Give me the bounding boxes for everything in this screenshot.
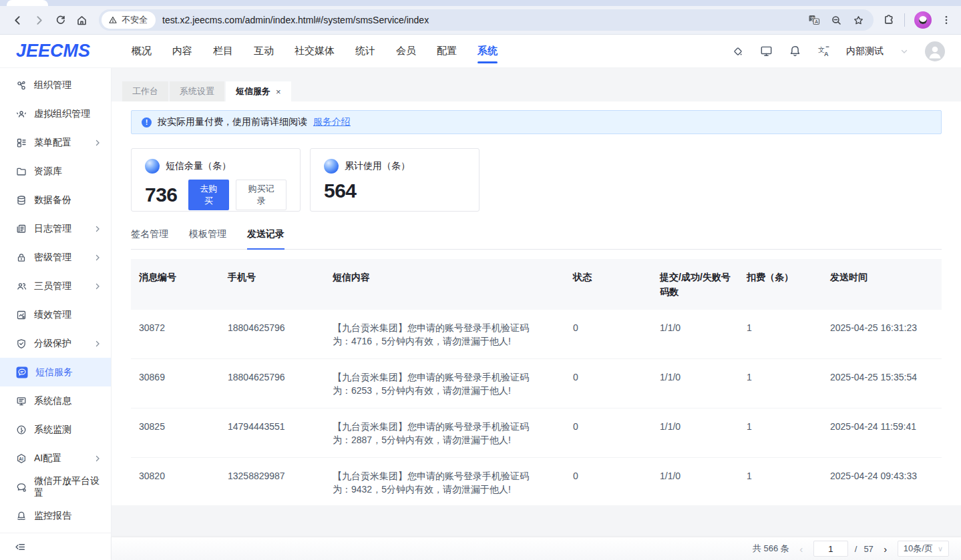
- browser-profile-avatar[interactable]: [914, 11, 932, 29]
- sidebar-item-log-management[interactable]: 日志管理: [0, 214, 111, 243]
- tab-system-settings[interactable]: 系统设置: [170, 81, 224, 101]
- bookmark-star-icon[interactable]: [853, 15, 864, 26]
- service-intro-link[interactable]: 服务介绍: [313, 116, 351, 128]
- collapse-sidebar-icon[interactable]: [15, 541, 26, 553]
- table-row[interactable]: 30825 14794443551 【九台贡米集团】您申请的账号登录手机验证码为…: [131, 408, 942, 458]
- tab-send-records[interactable]: 发送记录: [247, 228, 284, 249]
- security-chip[interactable]: 不安全: [102, 11, 156, 29]
- sidebar-item-system-info[interactable]: 系统信息: [0, 386, 111, 415]
- svg-text:A: A: [824, 51, 829, 57]
- svg-text:AI: AI: [19, 456, 23, 461]
- chevron-right-icon: [93, 254, 102, 262]
- virtual-org-icon: [16, 109, 27, 119]
- table-row[interactable]: 30820 13258829987 【九台贡米集团】您申请的账号登录手机验证码为…: [131, 458, 942, 505]
- nav-overview[interactable]: 概况: [132, 35, 152, 67]
- tab-sms-service[interactable]: 短信服务 ×: [226, 81, 291, 101]
- usage-sphere-icon: [324, 159, 339, 174]
- workspace-tabs: 工作台 系统设置 短信服务 ×: [112, 68, 961, 101]
- app-header: JEECMS 概况 内容 栏目 互动 社交媒体 统计 会员 配置 系统 文A 内…: [0, 35, 961, 68]
- reload-icon[interactable]: [49, 9, 71, 31]
- banner-text: 按实际用量付费，使用前请详细阅读: [158, 116, 307, 128]
- sidebar-item-three-admin[interactable]: 三员管理: [0, 272, 111, 300]
- sidebar-item-secret-level[interactable]: 密级管理: [0, 243, 111, 272]
- toolbar-separator: [904, 13, 905, 27]
- nav-column[interactable]: 栏目: [213, 35, 233, 67]
- url-bar[interactable]: 不安全 test.x2.jeecms.com/admin/index.html#…: [99, 9, 874, 31]
- sidebar-item-virtual-org[interactable]: 虚拟组织管理: [0, 99, 111, 128]
- sidebar-item-graded-protection[interactable]: 分级保护: [0, 329, 111, 358]
- nav-member[interactable]: 会员: [396, 35, 416, 67]
- org-icon: [16, 80, 27, 91]
- buy-button[interactable]: 去购买: [188, 180, 229, 210]
- nav-config[interactable]: 配置: [437, 35, 457, 67]
- jeecms-logo[interactable]: JEECMS: [16, 41, 90, 61]
- nav-content[interactable]: 内容: [172, 35, 192, 67]
- usage-title: 累计使用（条）: [345, 160, 410, 172]
- folder-icon: [16, 166, 27, 177]
- sidebar-item-monitor-report[interactable]: 监控报告: [0, 501, 111, 530]
- tab-signature-management[interactable]: 签名管理: [131, 228, 168, 249]
- browser-active-tab[interactable]: [7, 0, 48, 6]
- tab-workbench[interactable]: 工作台: [122, 81, 168, 101]
- zoom-out-icon[interactable]: [831, 15, 842, 26]
- sidebar-item-performance[interactable]: 绩效管理: [0, 300, 111, 329]
- sidebar-item-resource-library[interactable]: 资源库: [0, 157, 111, 186]
- lock-icon: [16, 252, 27, 263]
- browser-chrome: 不安全 test.x2.jeecms.com/admin/index.html#…: [0, 0, 961, 35]
- page-size-select[interactable]: 10条/页 ∨: [898, 541, 949, 557]
- close-tab-icon[interactable]: ×: [276, 87, 281, 97]
- nav-system[interactable]: 系统: [477, 35, 498, 67]
- log-icon: [16, 224, 27, 234]
- sidebar-item-data-backup[interactable]: 数据备份: [0, 186, 111, 214]
- chevron-right-icon: [93, 282, 102, 290]
- sidebar-item-org-management[interactable]: 组织管理: [0, 71, 111, 99]
- clean-cache-icon[interactable]: [732, 45, 744, 57]
- purchase-history-button[interactable]: 购买记录: [236, 180, 286, 210]
- user-avatar[interactable]: [925, 41, 945, 61]
- main-area: 工作台 系统设置 短信服务 × ! 按实际用量付费，使用前请详细阅读 服务介绍 …: [112, 68, 961, 560]
- sidebar-item-ai-config[interactable]: AI AI配置: [0, 444, 111, 473]
- env-label[interactable]: 内部测试: [846, 45, 884, 57]
- usage-card: 累计使用（条） 564: [310, 148, 479, 212]
- total-count-label: 共 566 条: [753, 543, 789, 555]
- balance-value: 736: [145, 184, 178, 206]
- translate-icon[interactable]: 文A: [808, 14, 820, 26]
- page-separator: /: [855, 544, 857, 554]
- sidebar: 组织管理 虚拟组织管理 菜单配置 资源库 数据备份 日志管理 密级管理: [0, 68, 112, 560]
- header-status: 状态: [565, 259, 652, 310]
- sidebar-item-sms-service[interactable]: 短信服务: [0, 358, 111, 386]
- browser-menu-icon[interactable]: [941, 15, 952, 25]
- performance-chart-icon: [16, 310, 27, 320]
- language-icon[interactable]: 文A: [817, 45, 830, 57]
- forward-icon[interactable]: [28, 9, 49, 31]
- nav-social-media[interactable]: 社交媒体: [295, 35, 335, 67]
- balance-title: 短信余量（条）: [166, 160, 231, 172]
- nav-statistics[interactable]: 统计: [355, 35, 375, 67]
- prev-page-icon[interactable]: ‹: [796, 543, 807, 555]
- sidebar-item-wechat-platform[interactable]: 微信开放平台设置: [0, 473, 111, 501]
- home-icon[interactable]: [71, 9, 92, 31]
- header-time: 发送时间: [822, 259, 942, 310]
- pagination-bar: 共 566 条 ‹ / 57 › 10条/页 ∨: [112, 537, 961, 560]
- tab-template-management[interactable]: 模板管理: [189, 228, 226, 249]
- sidebar-item-system-monitor[interactable]: 系统监测: [0, 415, 111, 444]
- next-page-icon[interactable]: ›: [880, 543, 891, 555]
- table-row[interactable]: 30869 18804625796 【九台贡米集团】您申请的账号登录手机验证码为…: [131, 359, 942, 408]
- system-info-icon: [16, 396, 27, 406]
- warning-triangle-icon: [108, 15, 118, 25]
- balance-sphere-icon: [145, 159, 160, 174]
- security-label: 不安全: [122, 14, 148, 26]
- table-row[interactable]: 30872 18804625796 【九台贡米集团】您申请的账号登录手机验证码为…: [131, 310, 942, 359]
- nav-interaction[interactable]: 互动: [254, 35, 274, 67]
- sidebar-item-menu-config[interactable]: 菜单配置: [0, 128, 111, 157]
- back-icon[interactable]: [7, 9, 28, 31]
- notification-bell-icon[interactable]: [789, 45, 801, 57]
- extensions-icon[interactable]: [883, 14, 895, 26]
- gauge-icon: [16, 425, 27, 435]
- page-input[interactable]: [813, 541, 848, 557]
- chevron-down-icon[interactable]: [900, 47, 909, 56]
- display-icon[interactable]: [760, 45, 773, 57]
- total-pages-label: 57: [863, 544, 873, 554]
- url-text[interactable]: test.x2.jeecms.com/admin/index.html#/sys…: [162, 15, 808, 25]
- sms-balance-card: 短信余量（条） 736 去购买 购买记录: [131, 148, 301, 212]
